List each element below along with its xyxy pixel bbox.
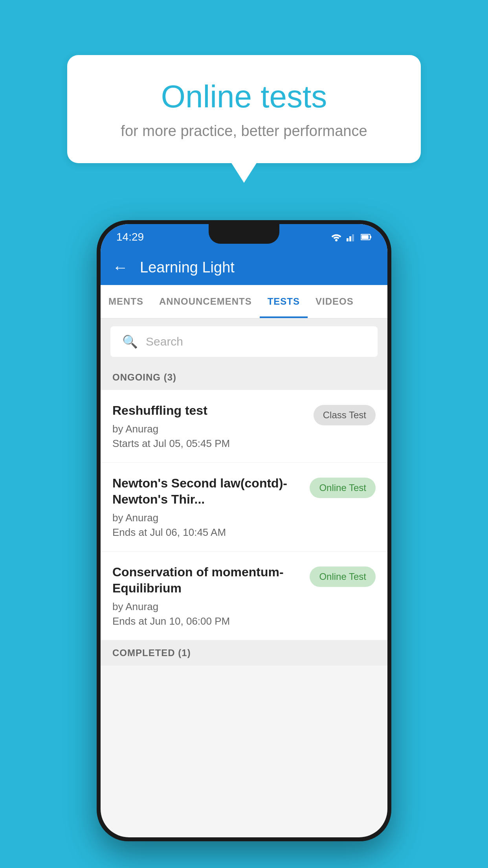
phone-screen: 14:29 [101,224,387,837]
test-info-3: Conservation of momentum-Equilibrium by … [112,564,310,627]
svg-rect-2 [349,236,351,241]
status-bar: 14:29 [101,224,387,250]
signal-icon [347,233,356,241]
test-time-3: Ends at Jun 10, 06:00 PM [112,615,302,627]
search-icon: 🔍 [122,334,138,349]
ongoing-title: ONGOING (3) [112,372,176,383]
phone-frame: 14:29 [97,220,391,841]
test-name-2: Newton's Second law(contd)-Newton's Thir… [112,475,302,508]
test-author-2: by Anurag [112,512,302,524]
tabs-container: MENTS ANNOUNCEMENTS TESTS VIDEOS [101,285,387,318]
test-author-3: by Anurag [112,601,302,613]
svg-rect-5 [370,236,371,238]
test-author-1: by Anurag [112,423,306,435]
test-item-3[interactable]: Conservation of momentum-Equilibrium by … [101,552,387,640]
bubble-subtitle: for more practice, better performance [95,123,393,140]
badge-2: Online Test [310,478,376,498]
speech-bubble: Online tests for more practice, better p… [67,55,421,163]
search-bar[interactable]: 🔍 Search [110,326,378,357]
test-info-1: Reshuffling test by Anurag Starts at Jul… [112,403,314,450]
search-container: 🔍 Search [101,318,387,365]
badge-3: Online Test [310,566,376,587]
ongoing-section-header: ONGOING (3) [101,365,387,390]
tab-videos[interactable]: VIDEOS [308,285,361,318]
test-item-1[interactable]: Reshuffling test by Anurag Starts at Jul… [101,390,387,463]
tab-announcements[interactable]: ANNOUNCEMENTS [151,285,260,318]
test-time-2: Ends at Jul 06, 10:45 AM [112,526,302,539]
tab-ments[interactable]: MENTS [101,285,151,318]
test-info-2: Newton's Second law(contd)-Newton's Thir… [112,475,310,539]
test-item-2[interactable]: Newton's Second law(contd)-Newton's Thir… [101,463,387,552]
test-name-3: Conservation of momentum-Equilibrium [112,564,302,597]
search-placeholder: Search [146,335,183,348]
tab-tests[interactable]: TESTS [260,285,308,318]
notch [209,224,279,244]
svg-rect-6 [361,235,369,239]
completed-title: COMPLETED (1) [112,647,191,658]
app-title: Learning Light [140,259,235,276]
status-icons [331,233,372,241]
battery-icon [361,233,372,241]
bubble-title: Online tests [95,79,393,115]
app-bar: ← Learning Light [101,250,387,285]
back-button[interactable]: ← [112,259,128,276]
test-time-1: Starts at Jul 05, 05:45 PM [112,438,306,450]
svg-rect-3 [352,234,354,241]
completed-section-header: COMPLETED (1) [101,640,387,666]
svg-point-0 [335,239,338,241]
svg-rect-1 [347,238,349,241]
status-time: 14:29 [116,231,144,243]
badge-1: Class Test [314,405,376,425]
wifi-icon [331,233,342,241]
speech-bubble-container: Online tests for more practice, better p… [67,55,421,163]
test-name-1: Reshuffling test [112,403,306,419]
